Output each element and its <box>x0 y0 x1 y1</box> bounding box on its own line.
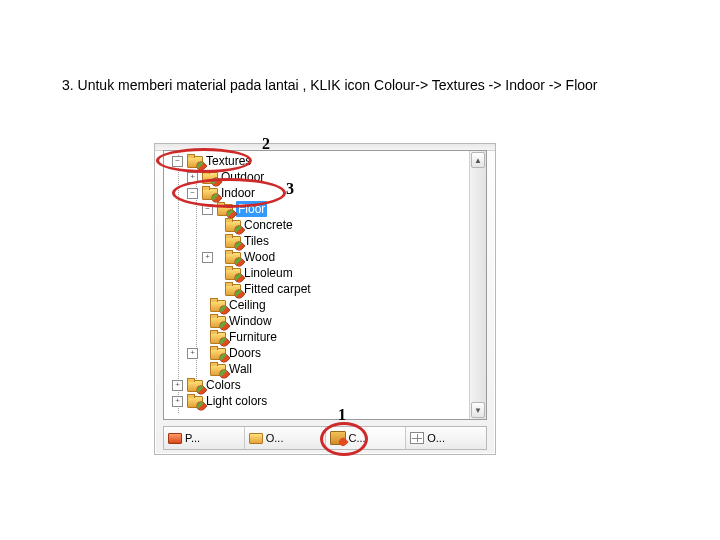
tree-label: Tiles <box>244 233 269 249</box>
folder-icon <box>210 314 226 328</box>
instruction-text: 3. Untuk memberi material pada lantai , … <box>62 76 652 96</box>
tree-item-outdoor[interactable]: + Outdoor <box>172 169 486 185</box>
tab-o2[interactable]: O... <box>406 427 486 449</box>
folder-icon <box>225 250 241 264</box>
tree-item-light-colors[interactable]: + Light colors <box>172 393 486 409</box>
tree-label-selected: Floor <box>236 201 267 217</box>
tree-item-concrete[interactable]: Concrete <box>172 217 486 233</box>
annotation-number-3: 3 <box>286 180 294 198</box>
tab-label: C... <box>349 432 366 444</box>
folder-yellow-icon <box>249 432 263 444</box>
tree-label: Wall <box>229 361 252 377</box>
expand-icon[interactable]: + <box>187 172 198 183</box>
tab-label: P... <box>185 432 200 444</box>
texture-icon <box>330 431 346 445</box>
collapse-icon[interactable]: − <box>202 204 213 215</box>
folder-icon <box>225 266 241 280</box>
tree-label: Indoor <box>221 185 255 201</box>
folder-icon <box>187 154 203 168</box>
tab-c-colour[interactable]: C... <box>326 427 407 449</box>
tree-label: Doors <box>229 345 261 361</box>
grid-icon <box>410 432 424 444</box>
tree-label: Light colors <box>206 393 267 409</box>
collapse-icon[interactable]: − <box>187 188 198 199</box>
tree-item-linoleum[interactable]: Linoleum <box>172 265 486 281</box>
expand-icon[interactable]: + <box>187 348 198 359</box>
folder-icon <box>210 362 226 376</box>
tab-label: O... <box>427 432 445 444</box>
tree-label: Colors <box>206 377 241 393</box>
folder-icon <box>210 298 226 312</box>
scroll-down-button[interactable]: ▼ <box>471 402 485 418</box>
tree-item-ceiling[interactable]: Ceiling <box>172 297 486 313</box>
folder-icon <box>202 186 218 200</box>
annotation-number-1: 1 <box>338 406 346 424</box>
folder-icon <box>210 330 226 344</box>
tree-item-doors[interactable]: + Doors <box>172 345 486 361</box>
tree-item-window[interactable]: Window <box>172 313 486 329</box>
tree-item-wall[interactable]: Wall <box>172 361 486 377</box>
tree[interactable]: − Textures + Outdoor − Indoor − <box>164 151 486 411</box>
tree-item-floor[interactable]: − Floor <box>172 201 486 217</box>
tree-label: Concrete <box>244 217 293 233</box>
tree-label: Textures <box>206 153 251 169</box>
tree-item-textures[interactable]: − Textures <box>172 153 486 169</box>
tree-item-colors[interactable]: + Colors <box>172 377 486 393</box>
tree-label: Wood <box>244 249 275 265</box>
collapse-icon[interactable]: − <box>172 156 183 167</box>
scroll-up-button[interactable]: ▲ <box>471 152 485 168</box>
expand-icon[interactable]: + <box>202 252 213 263</box>
expand-icon[interactable]: + <box>172 396 183 407</box>
folder-icon <box>217 202 233 216</box>
tree-label: Fitted carpet <box>244 281 311 297</box>
tree-label: Furniture <box>229 329 277 345</box>
textures-panel: − Textures + Outdoor − Indoor − <box>154 143 496 455</box>
tree-item-tiles[interactable]: Tiles <box>172 233 486 249</box>
folder-red-icon <box>168 432 182 444</box>
scrollbar[interactable]: ▲ ▼ <box>469 151 486 419</box>
tab-strip: P... O... C... O... <box>163 426 487 450</box>
tab-o[interactable]: O... <box>245 427 326 449</box>
folder-icon <box>210 346 226 360</box>
tree-label: Window <box>229 313 272 329</box>
folder-icon <box>225 282 241 296</box>
folder-icon <box>202 170 218 184</box>
tree-item-wood[interactable]: + Wood <box>172 249 486 265</box>
expand-icon[interactable]: + <box>172 380 183 391</box>
tree-area: − Textures + Outdoor − Indoor − <box>163 150 487 420</box>
tab-label: O... <box>266 432 284 444</box>
tree-item-furniture[interactable]: Furniture <box>172 329 486 345</box>
folder-icon <box>225 218 241 232</box>
folder-icon <box>225 234 241 248</box>
tree-label: Ceiling <box>229 297 266 313</box>
tree-label: Outdoor <box>221 169 264 185</box>
tab-p[interactable]: P... <box>164 427 245 449</box>
tree-item-indoor[interactable]: − Indoor <box>172 185 486 201</box>
tree-label: Linoleum <box>244 265 293 281</box>
tree-item-fitted-carpet[interactable]: Fitted carpet <box>172 281 486 297</box>
annotation-number-2: 2 <box>262 135 270 153</box>
folder-icon <box>187 378 203 392</box>
folder-icon <box>187 394 203 408</box>
